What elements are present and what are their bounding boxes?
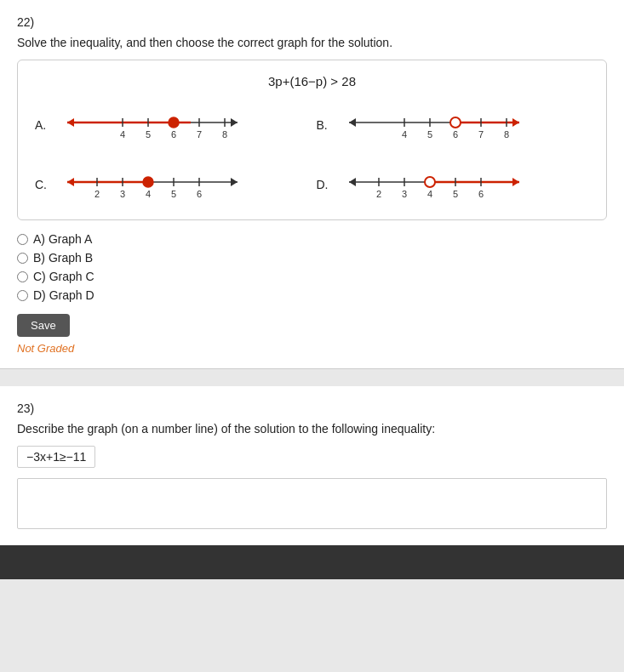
svg-text:6: 6	[478, 189, 483, 199]
graph-A-line: 4 5 6 7 8	[59, 104, 246, 146]
svg-marker-48	[512, 178, 519, 186]
option-A[interactable]: A) Graph A	[17, 232, 607, 246]
graph-C-line: 2 3 4 5 6	[59, 163, 246, 206]
bottom-bar	[0, 545, 624, 579]
answer-options: A) Graph A B) Graph B C) Graph C D) Grap…	[17, 232, 607, 302]
graph-C-label: C.	[35, 178, 52, 191]
svg-text:8: 8	[503, 129, 508, 140]
svg-text:4: 4	[426, 189, 432, 199]
svg-marker-3	[231, 118, 238, 127]
svg-point-59	[425, 177, 435, 187]
svg-text:5: 5	[452, 189, 457, 199]
svg-text:8: 8	[222, 129, 227, 140]
option-D-label: D) Graph D	[33, 288, 94, 302]
graph-B: B. 4 5	[317, 104, 590, 146]
svg-text:4: 4	[120, 129, 125, 140]
question-22-number: 22)	[17, 15, 607, 29]
graph-B-line: 4 5 6 7 8	[341, 104, 528, 146]
svg-text:5: 5	[426, 129, 432, 140]
inequality-box: −3x+1≥−11	[17, 446, 95, 468]
graph-D-line: 2 3 4 5 6	[341, 163, 528, 206]
svg-text:3: 3	[120, 189, 125, 199]
option-C-label: C) Graph C	[33, 270, 94, 283]
answer-textarea[interactable]	[17, 478, 607, 529]
spacer	[0, 369, 624, 386]
question-22-text: Solve the inequality, and then choose th…	[17, 36, 607, 49]
svg-text:2: 2	[375, 189, 381, 199]
svg-text:2: 2	[94, 189, 100, 199]
svg-text:4: 4	[146, 189, 151, 199]
svg-text:6: 6	[197, 189, 202, 199]
graph-C: C. 2 3 4	[35, 163, 308, 206]
svg-marker-18	[512, 118, 519, 127]
radio-B[interactable]	[17, 253, 28, 264]
svg-marker-16	[349, 118, 356, 127]
svg-text:6: 6	[452, 129, 457, 140]
equation-title: 3p+(16−p) > 28	[35, 74, 589, 88]
radio-D[interactable]	[17, 290, 28, 301]
svg-text:6: 6	[171, 129, 176, 140]
option-B[interactable]: B) Graph B	[17, 251, 607, 265]
question-23: 23) Describe the graph (on a number line…	[0, 386, 624, 545]
option-D[interactable]: D) Graph D	[17, 288, 607, 302]
graph-box: 3p+(16−p) > 28 A.	[17, 60, 607, 220]
svg-text:5: 5	[146, 129, 151, 140]
graph-B-label: B.	[317, 118, 334, 132]
svg-text:5: 5	[171, 189, 176, 199]
question-23-number: 23)	[17, 401, 607, 415]
radio-A[interactable]	[17, 234, 28, 245]
svg-marker-31	[67, 178, 74, 186]
graph-A-label: A.	[35, 118, 52, 132]
option-C[interactable]: C) Graph C	[17, 270, 607, 283]
graph-D: D. 2 3 4	[317, 163, 590, 206]
svg-text:3: 3	[401, 189, 406, 199]
option-A-label: A) Graph A	[33, 232, 92, 246]
svg-marker-1	[67, 118, 74, 127]
svg-text:4: 4	[401, 129, 406, 140]
svg-marker-33	[231, 178, 238, 186]
svg-point-44	[143, 177, 153, 187]
svg-marker-46	[349, 178, 356, 186]
svg-point-29	[450, 117, 461, 128]
svg-point-14	[169, 117, 179, 128]
graph-A: A. 4	[35, 104, 308, 146]
save-button[interactable]: Save	[17, 314, 70, 337]
svg-text:7: 7	[478, 129, 483, 140]
option-B-label: B) Graph B	[33, 251, 93, 265]
graph-D-label: D.	[317, 178, 334, 191]
graphs-grid: A. 4	[35, 104, 589, 206]
question-22: 22) Solve the inequality, and then choos…	[0, 0, 624, 369]
radio-C[interactable]	[17, 271, 28, 282]
svg-text:7: 7	[197, 129, 202, 140]
not-graded-status: Not Graded	[17, 342, 607, 355]
question-23-text: Describe the graph (on a number line) of…	[17, 422, 607, 436]
